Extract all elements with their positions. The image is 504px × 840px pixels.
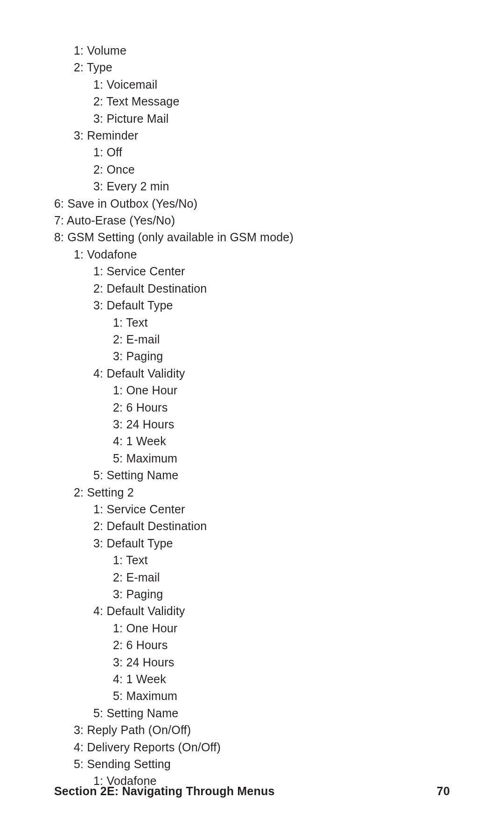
outline-line: 7: Auto-Erase (Yes/No)	[54, 212, 450, 229]
footer-page-number: 70	[437, 784, 450, 798]
outline-line: 4: 1 Week	[54, 433, 450, 449]
outline-line: 5: Maximum	[54, 450, 450, 467]
menu-outline: 1: Volume2: Type1: Voicemail2: Text Mess…	[54, 42, 450, 790]
outline-line: 2: Default Destination	[54, 280, 450, 297]
outline-line: 3: Default Type	[54, 535, 450, 552]
outline-line: 3: Paging	[54, 586, 450, 602]
outline-line: 1: Text	[54, 552, 450, 568]
outline-line: 8: GSM Setting (only available in GSM mo…	[54, 229, 450, 245]
outline-line: 1: Vodafone	[54, 246, 450, 263]
outline-line: 4: Default Validity	[54, 602, 450, 619]
outline-line: 4: 1 Week	[54, 671, 450, 687]
outline-line: 1: Text	[54, 314, 450, 331]
outline-line: 2: Default Destination	[54, 518, 450, 534]
outline-line: 3: Every 2 min	[54, 178, 450, 195]
outline-line: 3: Reminder	[54, 127, 450, 144]
outline-line: 2: Once	[54, 161, 450, 178]
outline-line: 2: Type	[54, 59, 450, 76]
outline-line: 2: 6 Hours	[54, 399, 450, 416]
page-body: 1: Volume2: Type1: Voicemail2: Text Mess…	[0, 0, 504, 790]
outline-line: 4: Delivery Reports (On/Off)	[54, 739, 450, 756]
outline-line: 6: Save in Outbox (Yes/No)	[54, 195, 450, 212]
outline-line: 1: Volume	[54, 42, 450, 59]
outline-line: 1: One Hour	[54, 382, 450, 399]
outline-line: 3: Paging	[54, 348, 450, 364]
page-footer: Section 2E: Navigating Through Menus 70	[54, 784, 450, 798]
outline-line: 3: Picture Mail	[54, 110, 450, 127]
outline-line: 5: Setting Name	[54, 705, 450, 721]
footer-section: Section 2E: Navigating Through Menus	[54, 784, 275, 798]
outline-line: 1: Voicemail	[54, 76, 450, 93]
outline-line: 2: E-mail	[54, 569, 450, 586]
outline-line: 1: Off	[54, 144, 450, 161]
outline-line: 4: Default Validity	[54, 365, 450, 382]
outline-line: 3: 24 Hours	[54, 654, 450, 671]
outline-line: 1: Service Center	[54, 501, 450, 518]
outline-line: 1: Service Center	[54, 263, 450, 280]
outline-line: 5: Maximum	[54, 687, 450, 704]
outline-line: 2: Setting 2	[54, 484, 450, 501]
outline-line: 2: 6 Hours	[54, 637, 450, 653]
outline-line: 3: Default Type	[54, 297, 450, 314]
outline-line: 3: Reply Path (On/Off)	[54, 721, 450, 738]
outline-line: 2: E-mail	[54, 331, 450, 348]
outline-line: 3: 24 Hours	[54, 416, 450, 433]
outline-line: 1: One Hour	[54, 620, 450, 637]
outline-line: 5: Setting Name	[54, 467, 450, 483]
outline-line: 2: Text Message	[54, 93, 450, 110]
outline-line: 5: Sending Setting	[54, 756, 450, 772]
